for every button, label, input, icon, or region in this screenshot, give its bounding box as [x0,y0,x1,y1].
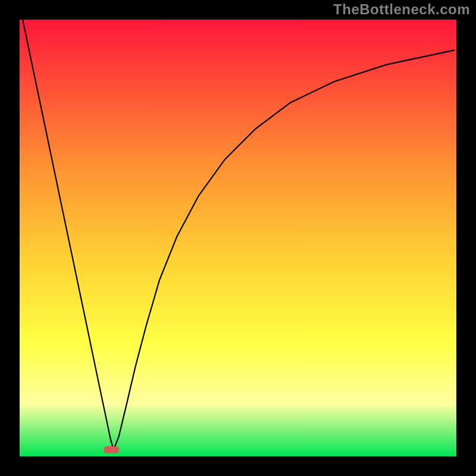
chart-svg [0,0,476,476]
chart-canvas: TheBottleneck.com [0,0,476,476]
plot-area [20,20,456,456]
watermark-text: TheBottleneck.com [333,1,470,18]
min-marker [104,446,119,453]
